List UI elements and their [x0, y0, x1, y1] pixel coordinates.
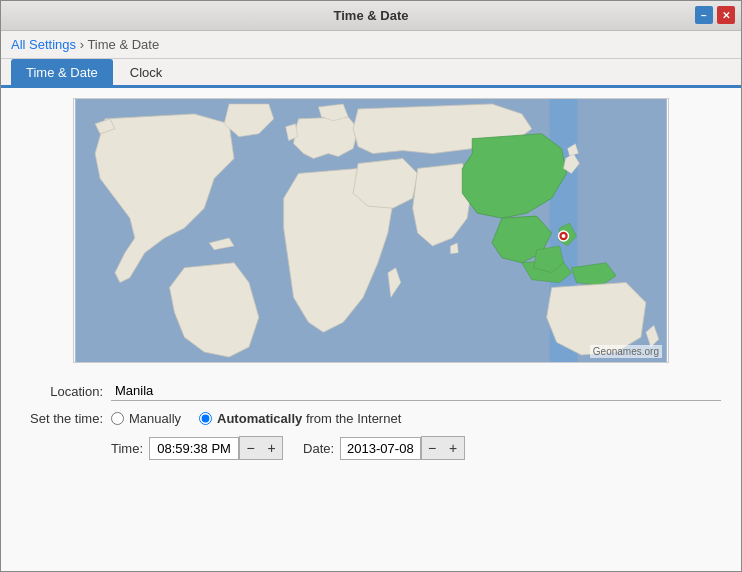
date-minus-button[interactable]: −: [421, 436, 443, 460]
time-date-row: Time: 08:59:38 PM − + Date: 2013-07-08 −…: [21, 436, 721, 460]
breadcrumb-current: Time & Date: [87, 37, 159, 52]
radio-manually-input[interactable]: [111, 412, 124, 425]
radio-auto-input[interactable]: [199, 412, 212, 425]
time-value-box: 08:59:38 PM − +: [149, 436, 283, 460]
time-value: 08:59:38 PM: [149, 437, 239, 460]
time-label: Time:: [111, 441, 143, 456]
time-minus-button[interactable]: −: [239, 436, 261, 460]
time-row: Time: 08:59:38 PM − + Date: 2013-07-08 −…: [111, 436, 465, 460]
radio-manually-label: Manually: [129, 411, 181, 426]
title-bar: Time & Date − ✕: [1, 1, 741, 31]
set-time-label: Set the time:: [21, 411, 111, 426]
main-window: Time & Date − ✕ All Settings › Time & Da…: [0, 0, 742, 572]
date-value: 2013-07-08: [340, 437, 421, 460]
all-settings-link[interactable]: All Settings: [11, 37, 76, 52]
set-time-row: Set the time: Manually Automatically fro…: [21, 411, 721, 426]
radio-auto-label: Automatically from the Internet: [217, 411, 401, 426]
time-field: Time: 08:59:38 PM − +: [111, 436, 283, 460]
window-title: Time & Date: [334, 8, 409, 23]
date-value-box: 2013-07-08 − +: [340, 436, 465, 460]
date-field: Date: 2013-07-08 − +: [303, 436, 465, 460]
radio-auto[interactable]: Automatically from the Internet: [199, 411, 401, 426]
title-bar-buttons: − ✕: [695, 6, 735, 24]
map-svg: [74, 99, 668, 362]
world-map[interactable]: Geonames.org: [73, 98, 669, 363]
date-plus-button[interactable]: +: [443, 436, 465, 460]
minimize-button[interactable]: −: [695, 6, 713, 24]
date-label: Date:: [303, 441, 334, 456]
breadcrumb: All Settings › Time & Date: [1, 31, 741, 59]
location-input[interactable]: [111, 381, 721, 401]
geonames-label: Geonames.org: [590, 345, 662, 358]
content-area: Geonames.org Location: Set the time: Man…: [1, 88, 741, 571]
time-plus-button[interactable]: +: [261, 436, 283, 460]
svg-point-3: [562, 234, 566, 238]
radio-manually[interactable]: Manually: [111, 411, 181, 426]
tab-time-date[interactable]: Time & Date: [11, 59, 113, 85]
tab-clock[interactable]: Clock: [115, 59, 178, 85]
radio-group: Manually Automatically from the Internet: [111, 411, 401, 426]
location-label: Location:: [21, 384, 111, 399]
close-button[interactable]: ✕: [717, 6, 735, 24]
location-row: Location:: [21, 381, 721, 401]
form-section: Location: Set the time: Manually Automat…: [1, 373, 741, 478]
tabs-bar: Time & Date Clock: [1, 59, 741, 88]
